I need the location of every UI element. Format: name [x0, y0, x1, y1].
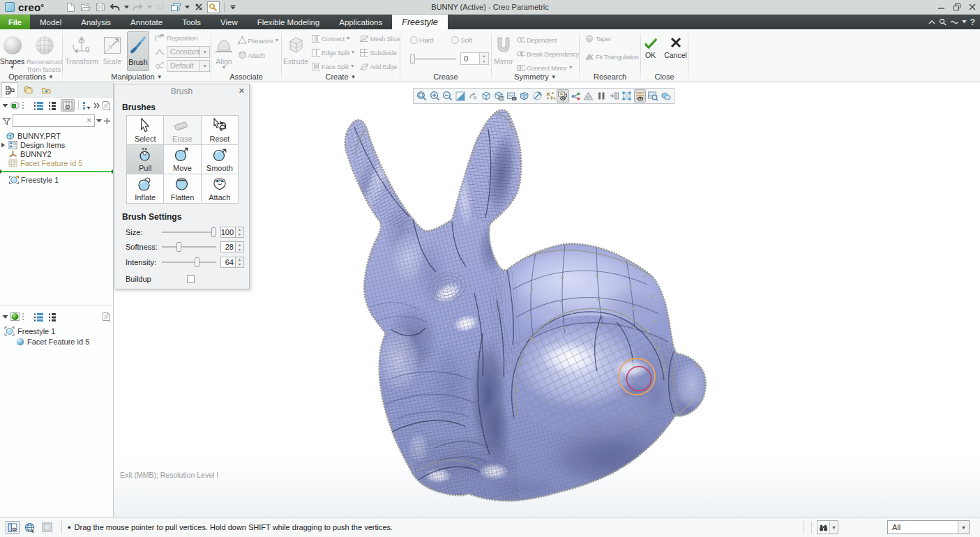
crease-value-input[interactable]: 0 [460, 52, 480, 65]
resume-button[interactable] [608, 89, 620, 103]
tree-collapse-all-button[interactable] [48, 99, 56, 112]
softness-slider[interactable] [162, 246, 216, 248]
brush-move-button[interactable]: Move [164, 145, 200, 174]
favorites-tab[interactable] [38, 82, 54, 97]
tree-settings-doc-button[interactable] [101, 99, 111, 112]
attach-button[interactable]: Attach [236, 49, 280, 61]
tab-flexible-modeling[interactable]: Flexible Modeling [248, 15, 330, 29]
brush-reset-button[interactable]: Reset [202, 116, 238, 144]
search-model-button[interactable] [207, 1, 220, 13]
mesh-slice-button[interactable]: Mesh Slice [359, 32, 400, 45]
zoom-out-button[interactable] [442, 89, 453, 103]
subdivide-button[interactable]: Subdivide [359, 46, 400, 59]
manipulation-group-label[interactable]: Manipulation▼ [63, 72, 211, 82]
help-icon[interactable]: ? [970, 17, 975, 27]
tree-item-design-items[interactable]: Design Items [0, 140, 113, 149]
create-group-label[interactable]: Create▼ [282, 72, 400, 82]
intensity-spinner[interactable]: ▲▼ [236, 257, 244, 268]
restore-button[interactable] [949, 0, 965, 14]
pane2-collapse-all-button[interactable] [48, 310, 56, 323]
tree-item-freestyle[interactable]: Freestyle 1 [0, 175, 113, 184]
filter-clear-icon[interactable]: ✕ [86, 116, 92, 124]
dependent-button[interactable]: Dependent [515, 33, 579, 46]
close-button[interactable] [965, 0, 980, 14]
softness-value-input[interactable]: 28 [220, 241, 236, 252]
brush-inflate-button[interactable]: Inflate [127, 174, 163, 203]
minimize-ribbon-icon[interactable] [928, 20, 935, 25]
control-mesh-button[interactable] [621, 89, 633, 103]
regenerate-button[interactable] [155, 1, 167, 13]
tree-filter-input[interactable]: ✕ [13, 114, 95, 127]
brush-pull-button[interactable]: Pull [127, 145, 163, 174]
filter-dropdown[interactable] [96, 114, 102, 127]
display-style-button[interactable] [506, 89, 518, 103]
taper-button[interactable]: Taper [584, 32, 612, 45]
binoculars-icon[interactable] [817, 521, 829, 534]
size-slider[interactable] [162, 232, 216, 233]
add-edge-button[interactable]: Add Edge [359, 60, 400, 72]
web-browser-toggle-button[interactable] [24, 521, 36, 534]
zoom-in-button[interactable] [428, 89, 440, 103]
planarize-button[interactable]: Planarize▼ [236, 34, 280, 47]
tab-applications[interactable]: Applications [329, 15, 392, 29]
tab-freestyle[interactable]: Freestyle [392, 15, 447, 29]
minimize-button[interactable] [934, 0, 949, 14]
crease-spinner[interactable]: ▲▼ [480, 52, 489, 65]
graphics-area[interactable]: Exit (MMB); Resolution Level I Brush ✕ B… [114, 82, 980, 517]
model-tree-toggle-button[interactable] [6, 521, 20, 534]
filter-add-button[interactable] [103, 114, 111, 127]
folder-browser-tab[interactable] [20, 82, 36, 97]
tab-view[interactable]: View [211, 15, 248, 29]
display-vertices-button[interactable] [634, 89, 646, 103]
extrude-button[interactable]: Extrude [284, 31, 308, 66]
find-dropdown[interactable]: ▼ [829, 521, 838, 534]
tab-file[interactable]: File [0, 15, 30, 29]
tab-tools[interactable]: Tools [172, 15, 211, 29]
open-file-button[interactable] [80, 1, 92, 13]
pane2-collapse-caret[interactable] [2, 310, 8, 323]
pane2-feature-icon[interactable] [10, 310, 20, 323]
selection-filter-combo[interactable]: All ▼ [887, 520, 970, 534]
brush-panel-header[interactable]: Brush ✕ [114, 84, 249, 98]
connect-status-icon[interactable] [950, 20, 958, 25]
cancel-button[interactable]: Cancel [664, 33, 688, 59]
full-screen-toggle-button[interactable] [40, 521, 53, 534]
model-tree-tab[interactable] [1, 82, 18, 97]
new-file-button[interactable] [65, 1, 77, 13]
tree-insert-locator[interactable] [0, 169, 113, 174]
tree-collapse-caret[interactable] [2, 99, 8, 112]
transform-button[interactable]: Transform [66, 31, 98, 66]
spin-center-button[interactable] [467, 89, 479, 103]
size-value-input[interactable]: 100 [220, 227, 236, 238]
buildup-checkbox[interactable] [187, 275, 195, 283]
pane2-settings-doc-button[interactable] [101, 310, 111, 323]
shading-style-button[interactable] [518, 89, 530, 103]
ok-button[interactable]: OK [642, 33, 660, 59]
softness-spinner[interactable]: ▲▼ [236, 241, 244, 252]
utility-dropdown-icon[interactable] [962, 20, 967, 24]
break-dependency-button[interactable]: Break Dependency [515, 47, 579, 60]
align-button[interactable]: Align ▼ [213, 31, 234, 70]
qat-customize-dropdown[interactable] [229, 1, 237, 13]
redo-button[interactable] [132, 1, 144, 13]
scale-button[interactable]: Scale [100, 31, 124, 66]
tree2-item-facet-feature[interactable]: Facet Feature id 5 [0, 336, 113, 347]
search-icon[interactable] [939, 18, 947, 26]
undo-dropdown[interactable] [123, 1, 130, 13]
brush-select-button[interactable]: Select [127, 116, 163, 144]
frame-select[interactable]: Default▼ [167, 60, 210, 72]
operations-group-label[interactable]: Operations▼ [0, 72, 62, 82]
crease-hard-radio[interactable]: Hard [410, 33, 433, 46]
brush-erase-button[interactable]: Erase [164, 116, 200, 144]
size-spinner[interactable]: ▲▼ [236, 227, 244, 238]
reconstruct-from-facets-button[interactable]: Reconstruct from facets [27, 31, 63, 72]
window-switch-button[interactable] [169, 1, 182, 13]
crease-slider[interactable] [410, 58, 456, 60]
tree-dots-menu[interactable] [22, 99, 24, 112]
tab-annotate[interactable]: Annotate [121, 15, 172, 29]
geometry-check-button[interactable] [582, 89, 594, 103]
intensity-value-input[interactable]: 64 [220, 257, 236, 268]
window-dropdown[interactable] [184, 1, 190, 13]
brush-button[interactable]: Brush [127, 31, 149, 71]
close-window-button[interactable] [193, 1, 205, 13]
